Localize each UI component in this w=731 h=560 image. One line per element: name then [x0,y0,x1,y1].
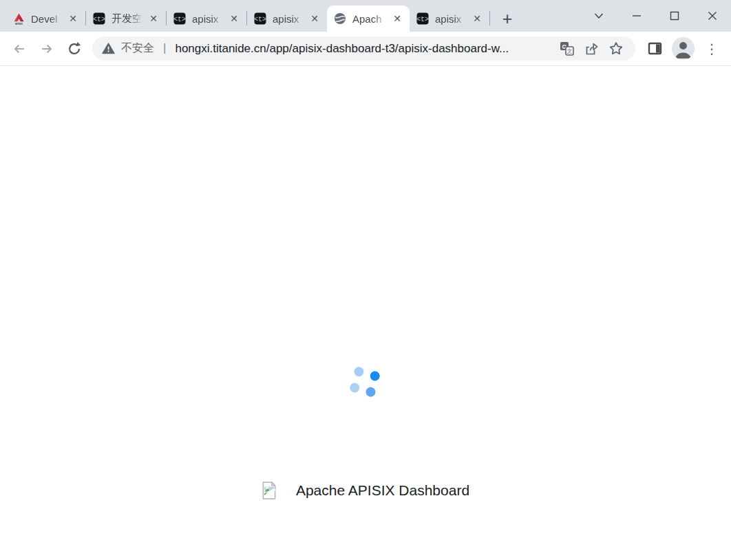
minimize-icon [630,9,644,23]
page-content: Apache APISIX Dashboard [0,66,731,560]
profile-avatar[interactable] [672,37,695,60]
titanide-code-icon [93,12,105,25]
star-icon [608,41,624,56]
loading-spinner [349,366,381,398]
tab-divider [489,11,490,25]
chevron-down-icon [592,9,606,23]
tab-apisix-1[interactable]: apisix ✕ [167,6,246,32]
browser-menu-button[interactable]: ⋮ [698,35,725,63]
tab-title: Apach [352,13,389,25]
omnibox-separator: | [163,41,166,55]
translate-icon: G 文 [560,41,574,56]
browser-window: Devel ✕ 开发空 ✕ apisix ✕ apisix ✕ [0,0,731,560]
tab-title: apisix [192,13,226,25]
maximize-icon [668,9,681,23]
reload-icon [67,41,82,56]
close-icon [706,9,719,23]
spinner-dot [353,366,365,378]
tab-title: Devel [31,13,65,25]
close-window-button[interactable] [693,0,731,32]
translate-button[interactable]: G 文 [554,37,579,61]
maximize-button[interactable] [655,0,693,32]
page-title: Apache APISIX Dashboard [296,482,469,499]
forward-arrow-icon [39,41,54,56]
share-button[interactable] [579,37,604,61]
page-footer: Apache APISIX Dashboard [0,482,731,499]
tab-search-button[interactable] [580,0,617,32]
tab-apisix-3[interactable]: apisix ✕ [410,6,489,32]
tab-apache-apisix-dashboard-active[interactable]: Apach ✕ [327,6,410,32]
close-icon[interactable]: ✕ [66,12,80,25]
svg-text:文: 文 [566,48,572,54]
close-icon[interactable]: ✕ [308,12,321,25]
not-secure-warning-icon [102,43,115,54]
share-icon [584,41,599,56]
apisix-logo-icon [12,12,25,25]
tab-title: apisix [273,13,306,25]
security-label[interactable]: 不安全 [121,41,154,56]
tab-devel[interactable]: Devel ✕ [6,6,85,32]
close-icon[interactable]: ✕ [147,12,160,25]
tab-list: Devel ✕ 开发空 ✕ apisix ✕ apisix ✕ [0,0,518,32]
close-icon[interactable]: ✕ [227,12,241,25]
tab-kaifa[interactable]: 开发空 ✕ [86,6,166,32]
tab-apisix-2[interactable]: apisix ✕ [247,6,327,32]
tab-title: apisix [435,13,469,25]
close-icon[interactable]: ✕ [390,12,404,25]
bookmark-button[interactable] [604,37,628,61]
close-icon[interactable]: ✕ [470,12,484,25]
browser-toolbar: 不安全 | hongxi.titanide.cn/app/apisix-dash… [0,32,731,66]
reload-button[interactable] [61,35,88,63]
titanide-code-icon [254,12,266,25]
side-panel-button[interactable] [641,35,668,63]
tab-title: 开发空 [112,12,145,25]
back-button[interactable] [6,35,33,63]
titanide-code-icon [173,12,186,25]
person-icon [672,37,695,60]
spinner-dot [349,382,361,394]
side-panel-icon [648,41,662,56]
window-controls [580,0,731,32]
back-arrow-icon [12,41,27,56]
titanide-code-icon [416,12,429,25]
spinner-dot [369,370,381,382]
minimize-button[interactable] [617,0,655,32]
globe-icon [334,12,346,25]
address-bar[interactable]: 不安全 | hongxi.titanide.cn/app/apisix-dash… [92,36,635,61]
new-tab-button[interactable]: + [497,8,518,29]
forward-button[interactable] [33,35,61,63]
spinner-dot [365,386,377,398]
broken-image-icon [262,482,277,499]
url-text[interactable]: hongxi.titanide.cn/app/apisix-dashboard-… [175,42,554,56]
tab-strip: Devel ✕ 开发空 ✕ apisix ✕ apisix ✕ [0,0,731,32]
